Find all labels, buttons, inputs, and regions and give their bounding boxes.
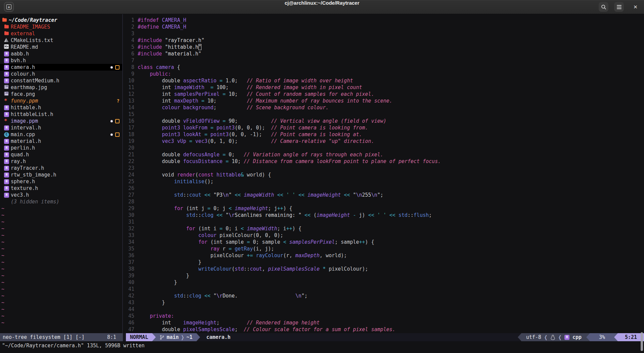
code-line-12[interactable]: 12 int samplesPerPixel = 10; // Count of… <box>123 91 644 97</box>
code-line-29[interactable]: 29 for (int j = 0; j < imageHeight; j++)… <box>123 205 644 212</box>
code-line-24[interactable]: 24 void render(const hittable& world) { <box>123 171 644 178</box>
code-line-23[interactable]: 23 <box>123 165 644 171</box>
code-line-5[interactable]: 5#include "hittable.h" <box>123 44 644 50</box>
h-file-icon: H <box>4 193 9 198</box>
file-row-bvh-h[interactable]: Hbvh.h <box>0 57 122 64</box>
file-row-raytracer-h[interactable]: HrayTracer.h <box>0 165 122 171</box>
file-row-main-cpp[interactable]: Cmain.cpp <box>0 131 122 138</box>
code-line-4[interactable]: 4#include "rayTracer.h" <box>123 37 644 44</box>
file-row-perlin-h[interactable]: Hperlin.h <box>0 145 122 151</box>
file-row-hittablelist-h[interactable]: HhittableList.h <box>0 111 122 118</box>
file-row-vec3-h[interactable]: Hvec3.h <box>0 192 122 198</box>
file-label: main.cpp <box>11 131 35 138</box>
code-editor[interactable]: 1#ifndef CAMERA_H2#define CAMERA_H34#inc… <box>123 14 644 333</box>
file-row-earthmap-jpg[interactable]: earthmap.jpg <box>0 84 122 91</box>
code-line-10[interactable]: 10 double aspectRatio = 1.0; // Ratio of… <box>123 77 644 84</box>
code-line-33[interactable]: 33 colour pixelColour(0, 0, 0); <box>123 232 644 239</box>
file-row-hittable-h[interactable]: Hhittable.h <box>0 104 122 111</box>
git-modified-dot-icon <box>110 66 113 69</box>
code-line-19[interactable]: 19 vec3 vUp = vec3(0, 1, 0); // Camera-r… <box>123 138 644 145</box>
code-line-44[interactable]: 44 <box>123 306 644 313</box>
neo-tree-panel[interactable]: ~/Code/RaytracerREADME_IMAGESexternalCMa… <box>0 14 122 333</box>
menu-button[interactable] <box>614 2 624 12</box>
line-number: 7 <box>123 57 134 64</box>
file-row-sphere-h[interactable]: Hsphere.h <box>0 178 122 185</box>
code-line-3[interactable]: 3 <box>123 30 644 37</box>
file-row-readme-images[interactable]: README_IMAGES <box>0 24 122 30</box>
code-line-37[interactable]: 37 } <box>123 259 644 266</box>
file-row-ray-h[interactable]: Hray.h <box>0 158 122 165</box>
code-line-30[interactable]: 30 std::clog << "\rScanlines remaining: … <box>123 212 644 219</box>
code-line-34[interactable]: 34 for (int sample = 0; sample < samples… <box>123 239 644 245</box>
code-line-14[interactable]: 14 colour background; // Scene backgroun… <box>123 104 644 111</box>
powerline-arrow <box>518 333 521 341</box>
line-number: 17 <box>123 124 134 131</box>
file-row-readme-md[interactable]: README.md <box>0 44 122 50</box>
code-line-27[interactable]: 27 std::cout << "P3\n" << imageWidth << … <box>123 192 644 198</box>
code-line-8[interactable]: 8class camera { <box>123 64 644 71</box>
file-row-funny-ppm[interactable]: *funny.ppm? <box>0 97 122 104</box>
line-number: 34 <box>123 239 134 245</box>
file-row-camera-h[interactable]: Hcamera.h <box>0 64 122 71</box>
file-row-texture-h[interactable]: Htexture.h <box>0 185 122 192</box>
code-line-1[interactable]: 1#ifndef CAMERA_H <box>123 17 644 24</box>
code-line-18[interactable]: 18 point3 lookAt = point3(0, 0, -1); // … <box>123 131 644 138</box>
code-line-28[interactable]: 28 <box>123 198 644 205</box>
code-line-16[interactable]: 16 double vFieldOfView = 90; // Vertical… <box>123 118 644 124</box>
code-line-22[interactable]: 22 double focusDistance = 10; // Distanc… <box>123 158 644 165</box>
file-row-material-h[interactable]: Hmaterial.h <box>0 138 122 145</box>
file-row-cmakelists-txt[interactable]: CMakeLists.txt <box>0 37 122 44</box>
file-row-face-png[interactable]: face.png <box>0 91 122 97</box>
code-line-6[interactable]: 6#include "material.h" <box>123 50 644 57</box>
file-label: rayTracer.h <box>11 165 44 171</box>
code-line-46[interactable]: 46 int imageHeight; // Rendered image he… <box>123 319 644 326</box>
file-row-colour-h[interactable]: Hcolour.h <box>0 71 122 77</box>
code-line-17[interactable]: 17 point3 lookFrom = point3(0, 0, 0); //… <box>123 124 644 131</box>
code-line-9[interactable]: 9 public: <box>123 71 644 77</box>
line-number: 36 <box>123 252 134 259</box>
file-row-aabb-h[interactable]: Haabb.h <box>0 50 122 57</box>
code-line-35[interactable]: 35 ray r = getRay(i, j); <box>123 245 644 252</box>
scrollbar-thumb[interactable] <box>641 332 643 351</box>
file-row-rtw-stb-image-h[interactable]: Hrtw_stb_image.h <box>0 171 122 178</box>
code-line-7[interactable]: 7 <box>123 57 644 64</box>
code-line-2[interactable]: 2#define CAMERA_H <box>123 24 644 30</box>
code-line-43[interactable]: 43 } <box>123 299 644 306</box>
code-line-45[interactable]: 45 private: <box>123 313 644 319</box>
code-line-20[interactable]: 20 <box>123 145 644 151</box>
code-line-39[interactable]: 39 } <box>123 272 644 279</box>
file-row--code-raytracer[interactable]: ~/Code/Raytracer <box>0 17 122 24</box>
code-line-15[interactable]: 15 <box>123 111 644 118</box>
h-file-icon: H <box>4 51 9 56</box>
h-file-icon: H <box>4 186 9 191</box>
file-row-constantmedium-h[interactable]: HconstantMedium.h <box>0 77 122 84</box>
file-label: vec3.h <box>11 192 29 198</box>
file-label: ray.h <box>11 158 26 165</box>
file-row-quad-h[interactable]: Hquad.h <box>0 151 122 158</box>
code-line-36[interactable]: 36 pixelColour += rayColour(r, maxDepth,… <box>123 252 644 259</box>
code-line-42[interactable]: 42 std::clog << "\rDone. \n"; <box>123 292 644 299</box>
search-button[interactable] <box>599 2 608 12</box>
code-line-11[interactable]: 11 int imageWidth = 100; // Rendered ima… <box>123 84 644 91</box>
file-label: material.h <box>11 138 41 145</box>
line-number: 32 <box>123 225 134 232</box>
file-row-external[interactable]: external <box>0 30 122 37</box>
tilde-line: ~ <box>0 239 122 245</box>
line-number: 29 <box>123 205 134 212</box>
close-button[interactable]: ✕ <box>631 2 640 12</box>
line-number: 15 <box>123 111 134 118</box>
file-row-interval-h[interactable]: Hinterval.h <box>0 124 122 131</box>
code-line-21[interactable]: 21 double defocusAngle = 0; // Variation… <box>123 151 644 158</box>
code-line-26[interactable]: 26 <box>123 185 644 192</box>
code-line-47[interactable]: 47 double pixelSamplesScale; // Colour s… <box>123 326 644 333</box>
file-row--3-hidden-items-[interactable]: (3 hidden items) <box>0 198 122 205</box>
code-line-25[interactable]: 25 initialise(); <box>123 178 644 185</box>
code-line-41[interactable]: 41 <box>123 286 644 292</box>
code-line-31[interactable]: 31 <box>123 219 644 225</box>
code-line-38[interactable]: 38 writeColour(std::cout, pixelSamplesSc… <box>123 266 644 272</box>
h-file-icon: H <box>4 58 9 63</box>
code-line-32[interactable]: 32 for (int i = 0; i < imageWidth; i++) … <box>123 225 644 232</box>
code-line-13[interactable]: 13 int maxDepth = 10; // Maximum number … <box>123 97 644 104</box>
code-line-40[interactable]: 40 } <box>123 279 644 286</box>
file-row-image-ppm[interactable]: *image.ppm <box>0 118 122 124</box>
